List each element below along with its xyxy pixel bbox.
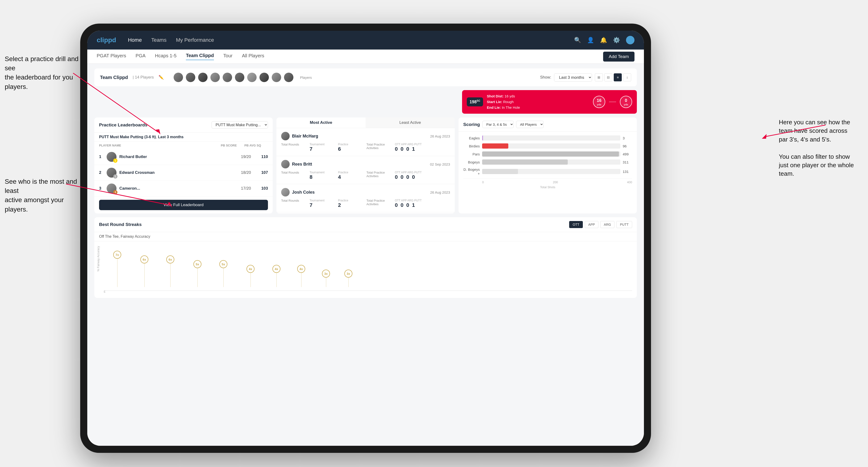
filter-ott-button[interactable]: OTT (569, 221, 583, 228)
player-avatar-5 (222, 72, 232, 83)
lb-medal-gold: 1 (113, 158, 118, 163)
bar-track-dbogeys (482, 169, 620, 174)
shot-details: Shot Dist: 16 yds Start Lie: Rough End L… (487, 93, 520, 111)
nav-bar: clippd Home Teams My Performance 🔍 👤 🔔 ⚙… (87, 31, 644, 50)
avatar[interactable] (626, 36, 634, 44)
show-label: Show: (540, 75, 551, 80)
player-act-name-blair: Blair McHarg (292, 134, 318, 139)
act-stat-tournament-rees: Tournament 8 (309, 171, 336, 180)
nav-link-teams[interactable]: Teams (151, 37, 166, 43)
player-act-avatar-blair (281, 132, 290, 140)
filter-arg-button[interactable]: ARG (600, 221, 614, 228)
player-avatar-8 (259, 72, 269, 83)
act-stat-total-rounds-label-rees: Total Rounds (281, 171, 308, 180)
streak-line-9 (326, 278, 326, 287)
player-act-header-blair: Blair McHarg 26 Aug 2023 (281, 132, 450, 140)
streaks-filters: OTT APP ARG PUTT (569, 221, 632, 228)
scoring-body: Eagles 3 Birdies 96 (459, 132, 637, 193)
nav-link-my-performance[interactable]: My Performance (176, 37, 214, 43)
lb-player-name-1: Richard Butler (119, 154, 229, 159)
nav-logo: clippd (97, 36, 116, 44)
team-header: Team Clippd | 14 Players ✏️ Players (94, 68, 637, 86)
streak-line-5 (223, 268, 224, 287)
svg-marker-5 (762, 134, 767, 139)
main-content: Team Clippd | 14 Players ✏️ Players (87, 64, 644, 446)
player-act-date-josh: 26 Aug 2023 (430, 190, 450, 194)
streak-line-6 (250, 273, 251, 287)
team-title: Team Clippd (100, 75, 128, 80)
shot-card: 198SC Shot Dist: 16 yds Start Lie: Rough… (462, 90, 637, 114)
view-list-button[interactable]: ≡ (614, 73, 622, 81)
player-avatar-4 (210, 72, 220, 83)
ipad-screen: clippd Home Teams My Performance 🔍 👤 🔔 ⚙… (87, 31, 644, 446)
par-filter-select[interactable]: Par 3, 4 & 5s Par 3s Par 4s Par 5s (483, 121, 514, 128)
filter-app-button[interactable]: APP (585, 221, 598, 228)
lb-score-3: 17/20 (232, 186, 251, 191)
act-stat-practice-rees: Practice 4 (338, 171, 365, 180)
view-full-leaderboard-button[interactable]: View Full Leaderboard (99, 200, 268, 210)
show-controls: Show: Last 3 months Last 6 months This y… (540, 73, 631, 82)
users-icon[interactable]: 👤 (587, 37, 594, 43)
players-filter-select[interactable]: All Players (516, 121, 544, 128)
annotation-bottom-left: See who is the most and leastactive amon… (5, 177, 80, 214)
streaks-chart: % Fairway Accuracy 7x 6x 6x 5x 5x (94, 241, 637, 298)
lb-avg-1: 110 (254, 154, 268, 159)
view-grid-3-button[interactable]: ⊟ (604, 73, 612, 81)
sub-nav-pga[interactable]: PGA (135, 53, 146, 60)
shot-yds-right: 0 yds (620, 96, 632, 108)
act-stat-ott-josh: OTT APP ARG PUTT 0 0 0 1 (395, 199, 422, 208)
total-shots-axis: 0 200 400 (463, 178, 632, 184)
view-sort-button[interactable]: ↕ (623, 73, 631, 81)
view-icons: ⊞ ⊟ ≡ ↕ (595, 73, 631, 81)
search-icon[interactable]: 🔍 (574, 37, 581, 43)
shot-yds-left: 16 yds (593, 96, 605, 108)
lb-avatar-1: 1 (106, 152, 117, 162)
streak-dot-1: 7x (113, 251, 121, 259)
shot-connector (609, 102, 616, 102)
sub-nav-hcaps[interactable]: Hcaps 1-5 (155, 53, 177, 60)
team-count: | 14 Players (133, 75, 154, 80)
lb-player-name-2: Edward Crossman (119, 170, 229, 175)
edit-icon[interactable]: ✏️ (158, 75, 164, 80)
sub-nav-tour[interactable]: Tour (223, 53, 232, 60)
lb-card-header: Practice Leaderboards PUTT Must Make Put… (94, 118, 273, 132)
lb-card-title: Practice Leaderboards (99, 122, 148, 128)
shot-yds: 16 yds 0 yds (593, 96, 632, 108)
y-axis-label: % Fairway Accuracy (97, 246, 100, 272)
player-activity-josh: Josh Coles 26 Aug 2023 Total Rounds Tour… (276, 184, 455, 212)
lb-player-name-3: Cameron... (119, 186, 229, 191)
drill-select[interactable]: PUTT Must Make Putting... (212, 121, 268, 129)
view-grid-2-button[interactable]: ⊞ (595, 73, 603, 81)
sub-nav-pgat[interactable]: PGAT Players (97, 53, 126, 60)
act-stat-practice-activities-label-josh: Total Practice Activities (366, 199, 393, 208)
player-act-header-rees: Rees Britt 02 Sep 2023 (281, 160, 450, 168)
sub-nav-all-players[interactable]: All Players (242, 53, 264, 60)
player-act-header-josh: Josh Coles 26 Aug 2023 (281, 188, 450, 196)
streak-line-8 (301, 273, 302, 287)
streak-dot-6: 4x (247, 265, 254, 273)
player-act-name-rees: Rees Britt (292, 162, 312, 167)
lb-table-header: PLAYER NAME PB SCORE PB AVG SQ (94, 142, 273, 149)
player-act-date-blair: 26 Aug 2023 (430, 134, 450, 138)
lb-avg-3: 103 (254, 186, 268, 191)
act-stat-ott-blair: OTT APP ARG PUTT 0 0 0 1 (395, 143, 422, 152)
bell-icon[interactable]: 🔔 (600, 37, 607, 43)
settings-icon[interactable]: ⚙️ (613, 37, 620, 43)
filter-putt-button[interactable]: PUTT (616, 221, 632, 228)
sub-nav-team-clippd[interactable]: Team Clippd (186, 53, 214, 60)
act-stat-practice-josh: Practice 2 (338, 199, 365, 208)
total-shots-label: Total Shots (463, 185, 632, 189)
act-stat-ott-rees: OTT APP ARG PUTT 0 0 0 0 (395, 171, 422, 180)
add-team-button[interactable]: Add Team (603, 52, 634, 62)
nav-link-home[interactable]: Home (128, 37, 142, 43)
most-active-tab[interactable]: Most Active (276, 118, 366, 128)
bar-fill-dbogeys (482, 169, 518, 174)
bar-track-bogeys (482, 159, 620, 165)
show-select[interactable]: Last 3 months Last 6 months This year (554, 73, 592, 82)
three-col-section: Practice Leaderboards PUTT Must Make Put… (94, 118, 637, 214)
annotation-right: Here you can see how theteam have scored… (779, 118, 854, 178)
act-stats-blair: Total Rounds Tournament 7 Practice 6 (281, 143, 450, 152)
least-active-tab[interactable]: Least Active (366, 118, 455, 128)
axis-tick-low: E (104, 290, 105, 293)
sub-nav: PGAT Players PGA Hcaps 1-5 Team Clippd T… (87, 50, 644, 64)
